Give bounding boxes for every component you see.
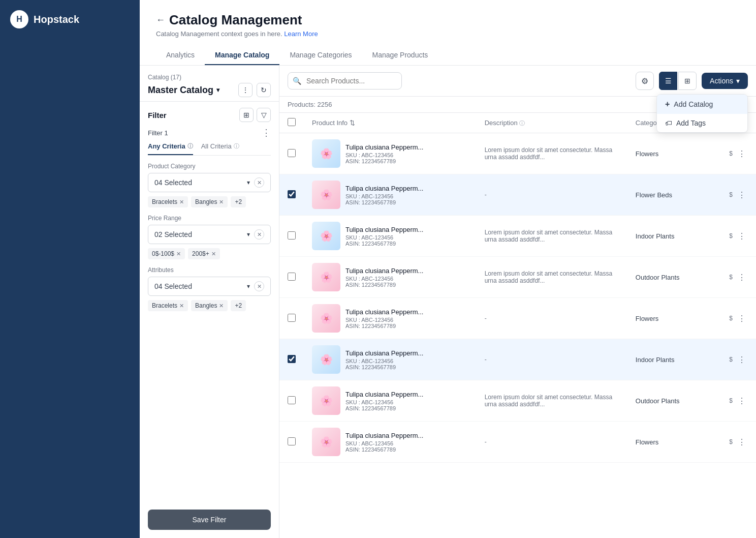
row-checkbox[interactable]: [288, 396, 296, 404]
any-criteria-tab[interactable]: Any Criteria ⓘ: [148, 142, 193, 155]
product-asin: ASIN: 12234567789: [345, 364, 423, 370]
filter-header: Filter ⊞ ▽: [148, 108, 271, 122]
row-checkbox[interactable]: [288, 190, 296, 198]
filter-adjust-button[interactable]: ⚙: [636, 72, 654, 90]
remove-200-plus-tag[interactable]: ✕: [211, 251, 216, 257]
search-wrap: 🔍: [288, 72, 631, 89]
product-info-cell: 🌸 Tulipa clusiana Pepperm... SKU : ABC-1…: [312, 386, 468, 415]
right-panel-header: 🔍 ⚙ ☰ ⊞ Actions ▾ + Add Catalog: [279, 66, 756, 97]
attr-tag-bracelets: Bracelets ✕: [148, 300, 188, 311]
dots-menu-button[interactable]: ⋮: [238, 83, 253, 97]
search-input[interactable]: [288, 72, 402, 89]
actions-chevron-icon: ▾: [736, 77, 740, 85]
product-category-more-tags[interactable]: +2: [231, 196, 246, 207]
row-checkbox[interactable]: [288, 355, 296, 363]
view-toggle: ☰ ⊞: [659, 72, 697, 90]
row-more-button[interactable]: ⋮: [736, 436, 748, 448]
remove-bangles-tag[interactable]: ✕: [219, 199, 224, 205]
price-range-dropdown[interactable]: 02 Selected ▾ ✕: [148, 225, 271, 244]
add-tags-icon: 🏷: [665, 119, 672, 127]
table-row: 🌸 Tulipa clusiana Pepperm... SKU : ABC-1…: [279, 174, 756, 216]
tab-bar: Analytics Manage Catalog Manage Categori…: [156, 46, 740, 65]
row-more-button[interactable]: ⋮: [736, 271, 748, 283]
add-catalog-plus-icon: +: [665, 100, 670, 109]
product-category: Flowers: [627, 133, 709, 174]
attributes-clear-button[interactable]: ✕: [254, 281, 264, 291]
product-category: Indoor Plants: [627, 339, 709, 380]
grid-view-button[interactable]: ⊞: [678, 72, 697, 90]
product-category-dropdown[interactable]: 04 Selected ▾ ✕: [148, 173, 271, 192]
add-catalog-menu-item[interactable]: + Add Catalog: [657, 95, 747, 114]
row-checkbox[interactable]: [288, 231, 296, 240]
product-category-tags: Bracelets ✕ Bangles ✕ +2: [148, 196, 271, 207]
tab-manage-categories[interactable]: Manage Categories: [279, 46, 362, 65]
product-asin: ASIN: 12234567789: [345, 282, 423, 288]
product-name: Tulipa clusiana Pepperm...: [345, 308, 423, 316]
list-view-button[interactable]: ☰: [659, 72, 677, 90]
tab-manage-catalog[interactable]: Manage Catalog: [205, 46, 279, 65]
logo-icon: H: [10, 10, 28, 28]
product-asin: ASIN: 12234567789: [345, 241, 423, 247]
any-criteria-info-icon: ⓘ: [187, 142, 193, 150]
row-checkbox[interactable]: [288, 273, 296, 281]
row-more-button[interactable]: ⋮: [736, 312, 748, 324]
remove-attr-bracelets-tag[interactable]: ✕: [179, 303, 184, 309]
product-info-cell: 🌸 Tulipa clusiana Pepperm... SKU : ABC-1…: [312, 139, 468, 168]
row-more-button[interactable]: ⋮: [736, 395, 748, 407]
filter-1-menu-button[interactable]: ⋮: [262, 128, 271, 137]
main-content: ← Catalog Management Catalog Management …: [140, 0, 756, 538]
save-filter-button[interactable]: Save Filter: [148, 510, 271, 530]
row-checkbox[interactable]: [288, 314, 296, 322]
row-checkbox[interactable]: [288, 149, 296, 157]
filter-icon-buttons: ⊞ ▽: [239, 108, 271, 122]
product-category-clear-button[interactable]: ✕: [254, 177, 264, 188]
remove-0-100-tag[interactable]: ✕: [176, 251, 181, 257]
sidebar: H Hopstack: [0, 0, 140, 538]
remove-bracelets-tag[interactable]: ✕: [179, 199, 184, 205]
product-image: 🌸: [312, 139, 340, 168]
refresh-button[interactable]: ↻: [257, 83, 271, 97]
product-info-column-header[interactable]: Product Info ⇅: [304, 113, 477, 133]
product-name: Tulipa clusiana Pepperm...: [345, 349, 423, 357]
filter-view-button[interactable]: ⊞: [239, 108, 254, 122]
filter-label: Filter: [148, 111, 167, 119]
back-arrow-icon[interactable]: ←: [156, 15, 165, 25]
catalog-name[interactable]: Master Catalog ▾: [148, 85, 219, 96]
product-asin: ASIN: 12234567789: [345, 446, 423, 453]
tag-200-plus: 200$+ ✕: [188, 248, 220, 259]
product-price-icon: $: [729, 274, 733, 281]
product-image: 🌸: [312, 304, 340, 333]
add-tags-menu-item[interactable]: 🏷 Add Tags: [657, 114, 747, 132]
tag-bracelets: Bracelets ✕: [148, 196, 188, 207]
learn-more-link[interactable]: Learn More: [284, 30, 318, 38]
filter-panel: Filter ⊞ ▽ Filter 1 ⋮ Any Criteria: [140, 102, 279, 538]
attributes-more-tags[interactable]: +2: [231, 300, 246, 311]
row-more-button[interactable]: ⋮: [736, 189, 748, 201]
product-price-icon: $: [729, 397, 733, 404]
row-more-button[interactable]: ⋮: [736, 353, 748, 366]
product-category: Indoor Plants: [627, 216, 709, 257]
filter-section: Filter ⊞ ▽ Filter 1 ⋮ Any Criteria: [140, 102, 279, 324]
remove-attr-bangles-tag[interactable]: ✕: [219, 303, 224, 309]
tag-0-100: 0$-100$ ✕: [148, 248, 185, 259]
tag-bangles: Bangles ✕: [191, 196, 228, 207]
product-sku: SKU : ABC-123456: [345, 399, 423, 405]
row-more-button[interactable]: ⋮: [736, 230, 748, 242]
attributes-dropdown[interactable]: 04 Selected ▾ ✕: [148, 277, 271, 296]
filter-funnel-button[interactable]: ▽: [257, 108, 271, 122]
product-image: 🌸: [312, 263, 340, 291]
tab-analytics[interactable]: Analytics: [156, 46, 205, 65]
attributes-label: Attributes: [148, 266, 271, 274]
row-actions: $ ⋮: [709, 216, 756, 257]
select-all-checkbox[interactable]: [288, 118, 296, 126]
row-more-button[interactable]: ⋮: [736, 147, 748, 160]
price-range-clear-button[interactable]: ✕: [254, 229, 264, 240]
tab-manage-products[interactable]: Manage Products: [362, 46, 438, 65]
row-checkbox[interactable]: [288, 437, 296, 445]
left-panel: Catalog (17) Master Catalog ▾ ⋮ ↻ Filter: [140, 66, 279, 538]
all-criteria-tab[interactable]: All Criteria ⓘ: [201, 142, 239, 155]
product-image: 🌸: [312, 181, 340, 209]
table-row: 🌸 Tulipa clusiana Pepperm... SKU : ABC-1…: [279, 422, 756, 463]
actions-button[interactable]: Actions ▾: [702, 73, 748, 89]
price-range-filter: Price Range 02 Selected ▾ ✕ 0$-100$ ✕: [148, 215, 271, 259]
